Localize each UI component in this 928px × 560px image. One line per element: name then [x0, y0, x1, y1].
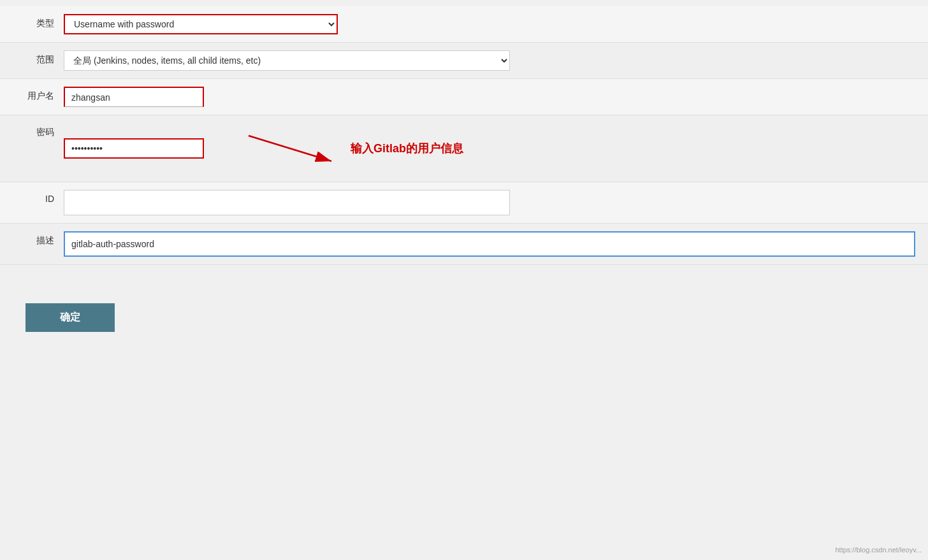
type-row: 类型 Username with password: [0, 6, 928, 43]
form-wrapper: 类型 Username with password 范围 全局 (Jenkins…: [0, 0, 928, 389]
id-input-area: [64, 190, 915, 215]
id-row: ID: [0, 182, 928, 224]
annotation-text: 输入Gitlab的用户信息: [351, 141, 463, 156]
watermark: https://blog.csdn.net/leoyv...: [835, 546, 922, 554]
arrow-icon: [242, 123, 344, 174]
type-label: 类型: [13, 14, 64, 29]
description-input[interactable]: [64, 231, 915, 257]
username-input-area: [64, 87, 915, 107]
password-input[interactable]: [64, 138, 204, 159]
button-area: 确定: [0, 265, 928, 370]
description-input-area: [64, 231, 915, 257]
type-select[interactable]: Username with password: [64, 14, 338, 34]
id-label: ID: [13, 190, 64, 204]
scope-input-area: 全局 (Jenkins, nodes, items, all child ite…: [64, 50, 915, 71]
id-input[interactable]: [64, 190, 510, 215]
password-input-area: 输入Gitlab的用户信息: [64, 123, 915, 174]
page-container: 类型 Username with password 范围 全局 (Jenkins…: [0, 0, 928, 560]
type-input-area: Username with password: [64, 14, 915, 34]
username-label: 用户名: [13, 87, 64, 102]
username-row: 用户名: [0, 79, 928, 115]
description-row: 描述: [0, 224, 928, 265]
confirm-button[interactable]: 确定: [25, 303, 115, 332]
annotation-container: 输入Gitlab的用户信息: [242, 123, 463, 174]
scope-row: 范围 全局 (Jenkins, nodes, items, all child …: [0, 43, 928, 79]
password-row: 密码 输入Gitlab的用户信息: [0, 115, 928, 182]
password-label: 密码: [13, 123, 64, 138]
scope-label: 范围: [13, 50, 64, 66]
scope-select[interactable]: 全局 (Jenkins, nodes, items, all child ite…: [64, 50, 510, 71]
svg-line-1: [249, 136, 331, 161]
description-label: 描述: [13, 231, 64, 247]
username-input[interactable]: [64, 87, 204, 107]
